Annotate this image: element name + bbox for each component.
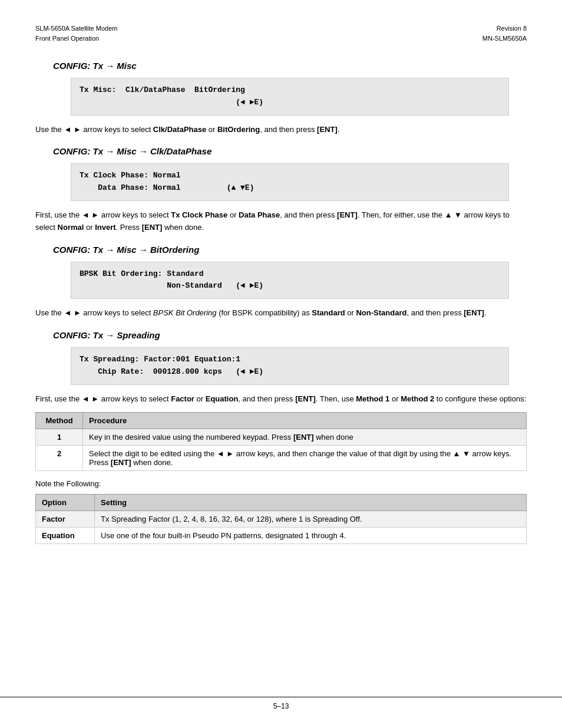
- table-row: Factor Tx Spreading Factor (1, 2, 4, 8, …: [36, 511, 527, 528]
- section-title-spreading: CONFIG: Tx → Spreading: [35, 330, 527, 340]
- code-line-1: Tx Misc: Clk/DataPhase BitOrdering: [80, 84, 500, 97]
- section-title-clk-dataphase: CONFIG: Tx → Misc → Clk/DataPhase: [35, 146, 527, 156]
- page-footer: 5–13: [0, 697, 562, 710]
- code-line-spread-2: Chip Rate: 000128.000 kcps (◄ ►E): [80, 366, 500, 378]
- method-1-procedure: Key in the desired value using the numbe…: [83, 429, 527, 446]
- option-table: Option Setting Factor Tx Spreading Facto…: [35, 494, 527, 544]
- table-row: Equation Use one of the four built-in Ps…: [36, 528, 527, 544]
- option-factor-setting: Tx Spreading Factor (1, 2, 4, 8, 16, 32,…: [95, 511, 527, 528]
- code-line-2: (◄ ►E): [80, 97, 500, 109]
- option-table-header-option: Option: [36, 495, 95, 511]
- body-text-clk-dataphase: First, use the ◄ ► arrow keys to select …: [35, 209, 527, 234]
- body-text-bitordering: Use the ◄ ► arrow keys to select BPSK Bi…: [35, 307, 527, 319]
- code-line-bit-1: BPSK Bit Ordering: Standard: [80, 268, 500, 281]
- body-text-spreading-intro: First, use the ◄ ► arrow keys to select …: [35, 393, 527, 406]
- method-2-procedure: Select the digit to be edited using the …: [83, 446, 527, 471]
- method-table-header-procedure: Procedure: [83, 413, 527, 429]
- method-2-label: 2: [36, 446, 83, 471]
- option-equation-label: Equation: [36, 528, 95, 544]
- option-equation-setting: Use one of the four built-in Pseudo PN p…: [95, 528, 527, 544]
- code-box-clk-dataphase: Tx Clock Phase: Normal Data Phase: Norma…: [71, 163, 509, 201]
- section-title-tx-misc: CONFIG: Tx → Misc: [35, 61, 527, 71]
- header-revision: Revision 8: [482, 24, 527, 34]
- code-box-spreading: Tx Spreading: Factor:001 Equation:1 Chip…: [71, 347, 509, 385]
- method-table: Method Procedure 1 Key in the desired va…: [35, 412, 527, 471]
- option-factor-label: Factor: [36, 511, 95, 528]
- code-line-clk-1: Tx Clock Phase: Normal: [80, 170, 500, 182]
- method-table-header-method: Method: [36, 413, 83, 429]
- table-row: 1 Key in the desired value using the num…: [36, 429, 527, 446]
- code-line-bit-2: Non-Standard (◄ ►E): [80, 280, 500, 292]
- option-table-header-setting: Setting: [95, 495, 527, 511]
- code-box-tx-misc: Tx Misc: Clk/DataPhase BitOrdering (◄ ►E…: [71, 78, 509, 116]
- header-doc-number: MN-SLM5650A: [482, 34, 527, 44]
- section-title-bitordering: CONFIG: Tx → Misc → BitOrdering: [35, 245, 527, 255]
- header-left: SLM-5650A Satellite Modem Front Panel Op…: [35, 24, 117, 43]
- header-right: Revision 8 MN-SLM5650A: [482, 24, 527, 43]
- page: SLM-5650A Satellite Modem Front Panel Op…: [0, 0, 562, 728]
- header-doc-subtitle: Front Panel Operation: [35, 34, 117, 44]
- page-number: 5–13: [273, 702, 289, 710]
- method-1-label: 1: [36, 429, 83, 446]
- table-row: 2 Select the digit to be edited using th…: [36, 446, 527, 471]
- note-text: Note the Following:: [35, 479, 527, 488]
- page-header: SLM-5650A Satellite Modem Front Panel Op…: [35, 24, 527, 43]
- code-box-bitordering: BPSK Bit Ordering: Standard Non-Standard…: [71, 262, 509, 299]
- header-doc-title: SLM-5650A Satellite Modem: [35, 24, 117, 34]
- code-line-clk-2: Data Phase: Normal (▲ ▼E): [80, 182, 500, 195]
- body-text-tx-misc: Use the ◄ ► arrow keys to select Clk/Dat…: [35, 124, 527, 136]
- code-line-spread-1: Tx Spreading: Factor:001 Equation:1: [80, 354, 500, 366]
